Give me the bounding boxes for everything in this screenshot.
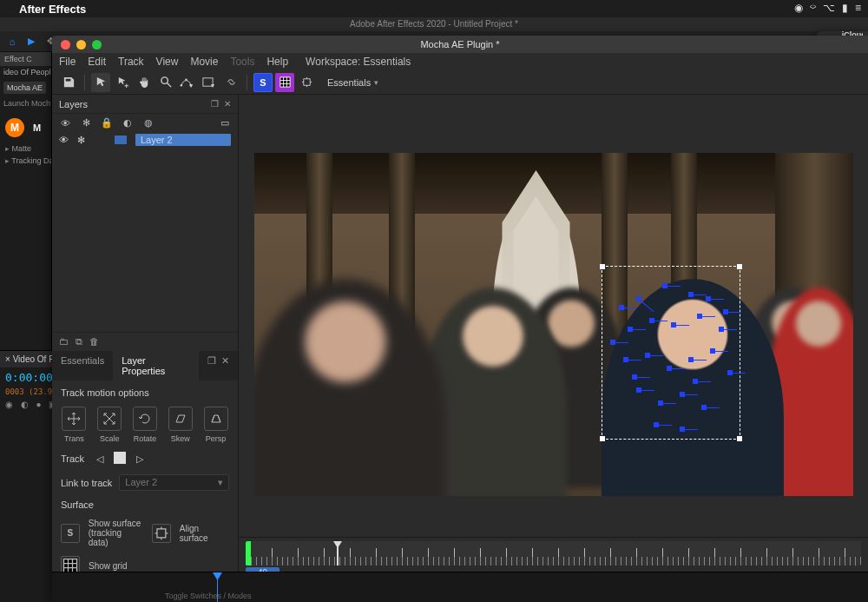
ae-playhead[interactable] [217, 572, 218, 602]
cog-column-icon[interactable]: ◍ [142, 117, 155, 129]
props-undock-icon[interactable]: ❐ [207, 355, 216, 376]
playhead[interactable] [337, 541, 339, 566]
matte-column-icon[interactable]: ◐ [122, 117, 134, 129]
opt-scale[interactable]: Scale [96, 407, 123, 443]
layer-eye-icon[interactable]: 👁 [59, 135, 69, 145]
mac-status-icons: ◉ ⌔ ⌥ ▮ ≡ [794, 2, 861, 14]
bluetooth-icon[interactable]: ⌥ [823, 2, 835, 14]
battery-icon[interactable]: ▮ [842, 2, 848, 14]
attach-layer-icon[interactable] [221, 73, 240, 92]
show-surface-toggle-icon[interactable]: S [61, 524, 80, 543]
layers-footer: 🗀 ⧉ 🗑 [52, 332, 238, 351]
menu-view[interactable]: View [156, 56, 179, 68]
minimize-window-icon[interactable] [76, 40, 86, 50]
svg-point-3 [185, 78, 187, 80]
link-to-track-dropdown[interactable]: Layer 2▾ [119, 474, 229, 491]
opt-scale-label: Scale [100, 434, 120, 443]
hand-tool-icon[interactable] [135, 73, 154, 92]
menu-movie[interactable]: Movie [190, 56, 218, 68]
duplicate-layer-icon[interactable]: ⧉ [76, 336, 82, 347]
panel-undock-icon[interactable]: ❐ [211, 99, 219, 109]
tree-matte[interactable]: Matte [0, 142, 51, 155]
pointer-tool-icon[interactable] [91, 73, 110, 92]
close-window-icon[interactable] [61, 40, 70, 50]
home-icon[interactable]: ⌂ [5, 35, 19, 49]
expand-surface-icon[interactable] [297, 73, 316, 92]
menu-tools[interactable]: Tools [230, 56, 254, 68]
tree-tracking-data[interactable]: Tracking Data [0, 155, 51, 167]
lock-column-icon[interactable]: 🔒 [101, 117, 113, 129]
xspline-tool-icon[interactable]: ▾ [178, 73, 197, 92]
show-surface-label: Show surface(tracking data) [89, 519, 143, 547]
add-point-tool-icon[interactable] [113, 73, 132, 92]
ae-window-title: Adobe After Effects 2020 - Untitled Proj… [0, 17, 868, 31]
tracking-search-region[interactable] [602, 266, 740, 440]
opt-translation[interactable]: Trans [61, 407, 88, 443]
mocha-titlebar[interactable]: Mocha AE Plugin * [52, 36, 868, 53]
layers-menu-icon[interactable]: ▭ [219, 117, 231, 129]
project-item[interactable]: ideo Of People Wa [0, 66, 51, 78]
track-stop-icon[interactable] [114, 452, 126, 464]
gear-column-icon[interactable]: ✻ [80, 117, 92, 129]
selection-tool-icon[interactable]: ▶ [24, 35, 38, 49]
viewer-canvas[interactable]: .feat:nth-child(1):after{transform:rotat… [254, 153, 853, 496]
mocha-logo-icon[interactable] [5, 118, 24, 137]
toolbar-workspace-label: Essentials [327, 77, 371, 88]
mocha-title: Mocha AE Plugin * [52, 39, 868, 50]
menu-edit[interactable]: Edit [88, 56, 106, 68]
track-label: Track [61, 453, 84, 464]
menu-help[interactable]: Help [266, 56, 288, 68]
menu-icon[interactable]: ≡ [855, 2, 861, 14]
zoom-tool-icon[interactable] [156, 73, 175, 92]
mocha-ae-tab[interactable]: Mocha AE [3, 82, 46, 94]
rect-tool-icon[interactable]: ▾ [200, 73, 219, 92]
link-to-track-row: Link to track Layer 2▾ [61, 474, 229, 491]
props-close-icon[interactable]: ✕ [221, 355, 229, 376]
app-name[interactable]: After Effects [19, 3, 86, 16]
surface-title: Surface [61, 499, 229, 510]
menu-file[interactable]: File [59, 56, 76, 68]
show-grid-label: Show grid [89, 561, 127, 571]
toolbar-workspace-dropdown[interactable]: Essentials [327, 77, 378, 88]
layer-row[interactable]: 👁 ✻ Layer 2 [52, 132, 238, 148]
show-planar-surface-icon[interactable]: S [253, 73, 273, 92]
layers-list: 👁 ✻ Layer 2 [52, 132, 238, 332]
panel-close-icon[interactable]: ✕ [224, 99, 231, 109]
mocha-viewer: .feat:nth-child(1):after{transform:rotat… [239, 95, 868, 602]
delete-layer-icon[interactable]: 🗑 [89, 336, 99, 347]
toggle-switches-label[interactable]: Toggle Switches / Modes [165, 592, 252, 600]
tab-essentials[interactable]: Essentials [52, 351, 113, 380]
chevron-down-icon: ▾ [218, 477, 223, 488]
track-backward-icon[interactable]: ◁ [93, 452, 107, 466]
effect-controls-tab[interactable]: Effect C [0, 52, 51, 66]
eye-column-icon[interactable]: 👁 [59, 118, 71, 129]
launch-mocha-label[interactable]: Launch Moch [0, 97, 51, 109]
opt-trans-label: Trans [64, 434, 84, 443]
menu-track[interactable]: Track [118, 56, 144, 68]
opt-perspective[interactable]: Persp [202, 407, 229, 443]
tab-layer-properties[interactable]: Layer Properties [113, 351, 199, 380]
mocha-side-panel: Layers ❐✕ 👁 ✻ 🔒 ◐ ◍ ▭ 👁 ✻ Layer 2 [52, 95, 239, 602]
record-icon[interactable]: ◉ [794, 2, 803, 14]
opt-skew[interactable]: Skew [167, 407, 194, 443]
layers-title: Layers [59, 99, 88, 109]
track-forward-icon[interactable]: ▷ [133, 452, 147, 466]
show-planar-grid-icon[interactable] [275, 73, 294, 92]
layer-properties-panel: Track motion options Trans Scale Rotate … [52, 380, 238, 602]
align-surface-icon[interactable] [152, 524, 171, 543]
zoom-window-icon[interactable] [92, 40, 102, 50]
save-icon[interactable] [59, 73, 78, 92]
opt-rotate[interactable]: Rotate [132, 407, 159, 443]
in-point-marker[interactable] [246, 541, 251, 566]
layer-name[interactable]: Layer 2 [135, 134, 231, 146]
group-layers-icon[interactable]: 🗀 [59, 336, 69, 347]
mocha-menubar: File Edit Track View Movie Tools Help Wo… [52, 53, 868, 70]
timeline-ruler[interactable] [246, 541, 861, 566]
mocha-window: Mocha AE Plugin * File Edit Track View M… [52, 36, 868, 602]
menu-workspace[interactable]: Workspace: Essentials [306, 56, 411, 68]
opt-persp-label: Persp [206, 434, 227, 443]
svg-point-0 [161, 77, 168, 84]
layer-color-swatch[interactable] [115, 136, 127, 144]
layer-gear-icon[interactable]: ✻ [77, 135, 85, 146]
wifi-icon[interactable]: ⌔ [810, 2, 816, 14]
